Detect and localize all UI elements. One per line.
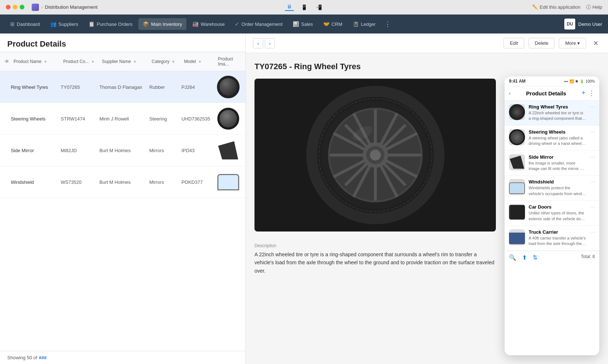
filter-icon: ▼ <box>44 60 47 64</box>
bluetooth-icon: ✱ <box>575 79 578 83</box>
mobile-list-item[interactable]: Truck Carrier A 40ft carrier transfer a … <box>505 226 599 251</box>
nav-item-ledger[interactable]: 📓 Ledger <box>348 18 380 30</box>
tablet-icon[interactable]: 📱 <box>300 4 308 11</box>
mobile-search-icon[interactable]: 🔍 <box>509 254 516 261</box>
mobile-item-more-icon[interactable]: ⋯ <box>590 204 595 210</box>
mobile-list-item[interactable]: Steering Wheels A steering wheel (also c… <box>505 126 599 151</box>
purchase-orders-icon: 📋 <box>88 21 95 27</box>
mobile-time: 9:41 AM <box>509 79 526 84</box>
mobile-item-info: Truck Carrier A 40ft carrier transfer a … <box>529 229 586 247</box>
nav-item-dashboard[interactable]: ⊞ Dashboard <box>6 18 44 30</box>
svg-point-17 <box>370 150 381 161</box>
nav-item-purchase-orders[interactable]: 📋 Purchase Orders <box>84 18 137 30</box>
mobile-add-button[interactable]: + <box>581 89 585 97</box>
mobile-item-more-icon[interactable]: ⋯ <box>590 229 595 235</box>
desktop-icon[interactable]: 🖥 <box>285 4 294 11</box>
row-product-name: Steering Wheels <box>11 116 61 122</box>
row-product-name: Side Mirror <box>11 148 61 153</box>
mobile-item-name: Ring Wheel Tyres <box>529 104 586 110</box>
mobile-item-more-icon[interactable]: ⋯ <box>590 129 595 135</box>
mobile-list: Ring Wheel Tyres A 22inch wheeled tire o… <box>505 100 599 251</box>
nav-item-crm[interactable]: 🤝 CRM <box>319 18 347 30</box>
row-model: POKD377 <box>181 179 215 185</box>
mobile-item-more-icon[interactable]: ⋯ <box>590 179 595 185</box>
more-button[interactable]: More ▾ <box>559 38 586 48</box>
nav-item-suppliers[interactable]: 👥 Suppliers <box>46 18 83 30</box>
mobile-item-more-icon[interactable]: ⋯ <box>590 104 595 110</box>
nav-item-main-inventory[interactable]: 📦 Main Inventory <box>138 18 186 30</box>
nav-item-sales[interactable]: 📊 Sales <box>288 18 317 30</box>
maximize-button[interactable] <box>20 5 24 9</box>
col-header-model[interactable]: Model ▼ <box>181 58 215 66</box>
row-product-code: TY07265 <box>61 84 99 90</box>
minimize-button[interactable] <box>13 5 17 9</box>
help-button[interactable]: ⓘ Help <box>586 4 602 11</box>
mobile-item-desc: A steering wheel (also called a driving … <box>529 135 586 147</box>
edit-app-button[interactable]: ✏️ Edit this application <box>532 4 580 10</box>
mobile-upload-icon[interactable]: ⬆ <box>522 254 527 261</box>
mobile-list-item[interactable]: Ring Wheel Tyres A 22inch wheeled tire o… <box>505 100 599 126</box>
mobile-status-bar: 9:41 AM ▪▪▪ 📶 ✱ 🔋 100% <box>505 76 599 86</box>
device-switcher: 🖥 📱 📲 <box>285 4 323 11</box>
user-menu[interactable]: DU Demo User <box>564 19 602 29</box>
mobile-item-name: Steering Wheels <box>529 129 586 135</box>
row-category: Mirrors <box>149 179 181 185</box>
sales-icon: 📊 <box>293 21 299 27</box>
col-header-product-code[interactable]: Product Co... ▼ <box>60 58 99 66</box>
filter-icon-4: ▼ <box>171 60 175 64</box>
delete-button[interactable]: Delete <box>529 38 555 48</box>
truck-icon <box>509 233 525 244</box>
tire-thumbnail <box>217 76 240 98</box>
col-header-image[interactable]: Product Ima... <box>215 55 241 68</box>
mobile-item-more-icon[interactable]: ⋯ <box>590 154 595 160</box>
mobile-list-item[interactable]: Car Doors Unlike other types of doors, t… <box>505 201 599 226</box>
row-product-code: Mi82JD <box>61 148 99 153</box>
col-header-product-name[interactable]: Product Name ▼ <box>11 58 60 66</box>
row-category: Steering <box>149 116 181 122</box>
edit-button[interactable]: Edit <box>504 38 524 48</box>
nav-bar: ⊞ Dashboard 👥 Suppliers 📋 Purchase Order… <box>0 15 608 33</box>
detail-panel: ‹ › Edit Delete More ▾ ✕ TY07265 - Ring … <box>246 33 608 364</box>
nav-label-suppliers: Suppliers <box>59 21 78 27</box>
windshield-icon <box>509 182 525 194</box>
prev-record-button[interactable]: ‹ <box>253 38 263 48</box>
tire-icon <box>509 104 525 120</box>
table-row[interactable]: Windshield WS73520 Burt M Holmes Mirrors… <box>0 166 245 198</box>
table-footer: Showing 50 of ### <box>0 351 245 364</box>
table-row[interactable]: Ring Wheel Tyres TY07265 Thomas D Flanag… <box>0 71 245 103</box>
col-header-category[interactable]: Category ▼ <box>149 58 181 66</box>
filter-icon-5: ▼ <box>198 60 202 64</box>
table-row[interactable]: Side Mirror Mi82JD Burt M Holmes Mirrors… <box>0 135 245 166</box>
nav-item-warehouse[interactable]: 🏭 Warehouse <box>188 18 229 30</box>
nav-more-button[interactable]: ⋮ <box>382 19 394 29</box>
table-row[interactable]: Steering Wheels STRW1474 Minh J Rowell S… <box>0 103 245 135</box>
row-supplier: Thomas D Flanagan <box>99 84 149 90</box>
mobile-item-name: Car Doors <box>529 204 586 210</box>
close-button[interactable] <box>6 5 11 9</box>
mobile-list-item[interactable]: Windshield Windshields protect the vehic… <box>505 175 599 201</box>
mobile-sort-icon[interactable]: ⇅ <box>533 254 537 261</box>
row-product-code: WS73520 <box>61 179 99 185</box>
mirror-icon <box>510 156 524 169</box>
nav-item-order-management[interactable]: ✓ Order Management <box>230 18 287 30</box>
mobile-preview: 9:41 AM ▪▪▪ 📶 ✱ 🔋 100% ‹ Product Details… <box>505 76 599 355</box>
app-icon <box>32 4 39 11</box>
mobile-list-item[interactable]: Side Mirror the image is smaller, more i… <box>505 151 599 176</box>
nav-label-warehouse: Warehouse <box>201 21 225 27</box>
mobile-icon[interactable]: 📲 <box>314 4 323 11</box>
next-record-button[interactable]: › <box>265 38 275 48</box>
close-button[interactable]: ✕ <box>591 38 601 48</box>
mobile-item-info: Side Mirror the image is smaller, more i… <box>529 154 586 172</box>
mobile-header-actions: + ⋮ <box>581 89 595 97</box>
total-count[interactable]: ### <box>39 355 47 360</box>
detail-main: TY07265 - Ring Wheel Tyres <box>254 62 496 355</box>
mobile-more-button[interactable]: ⋮ <box>588 89 595 97</box>
mobile-status-icons: ▪▪▪ 📶 ✱ 🔋 100% <box>564 79 595 83</box>
traffic-lights <box>6 5 24 9</box>
filter-icon-2: ▼ <box>91 60 95 64</box>
nav-label-purchase-orders: Purchase Orders <box>97 21 133 27</box>
mobile-item-thumbnail <box>509 204 525 220</box>
col-header-supplier[interactable]: Supplier Name ▼ <box>99 58 149 66</box>
description-label: Description <box>254 243 496 248</box>
mobile-item-thumbnail <box>509 179 525 195</box>
